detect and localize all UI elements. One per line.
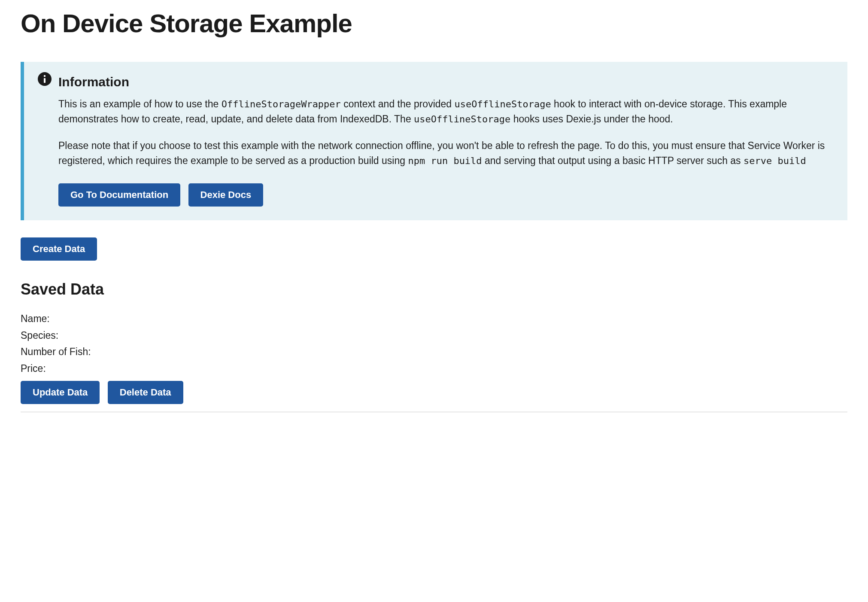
delete-data-button[interactable]: Delete Data xyxy=(108,381,183,404)
update-data-button[interactable]: Update Data xyxy=(21,381,100,404)
alert-button-row: Go To Documentation Dexie Docs xyxy=(58,183,834,207)
label-price: Price: xyxy=(21,363,46,374)
divider xyxy=(21,412,847,412)
dexie-docs-button[interactable]: Dexie Docs xyxy=(188,183,264,207)
label-name: Name: xyxy=(21,313,50,324)
alert-heading: Information xyxy=(58,72,834,91)
row-price: Price: xyxy=(21,361,847,376)
create-data-button[interactable]: Create Data xyxy=(21,237,97,261)
row-count: Number of Fish: xyxy=(21,344,847,359)
alert-paragraph-2: Please note that if you choose to test t… xyxy=(58,138,834,168)
label-count: Number of Fish: xyxy=(21,346,91,357)
svg-point-0 xyxy=(44,75,46,77)
code-serve-build: serve build xyxy=(744,155,806,166)
saved-data-heading: Saved Data xyxy=(21,278,847,301)
code-use-offline-2: useOfflineStorage xyxy=(414,114,510,125)
row-action-buttons: Update Data Delete Data xyxy=(21,381,847,404)
code-use-offline-1: useOfflineStorage xyxy=(455,99,551,109)
saved-data-list: Name: Species: Number of Fish: Price: xyxy=(21,311,847,376)
code-offline-wrapper: OfflineStorageWrapper xyxy=(222,99,341,109)
page-title: On Device Storage Example xyxy=(21,4,847,43)
row-name: Name: xyxy=(21,311,847,326)
info-alert: Information This is an example of how to… xyxy=(21,62,847,220)
code-npm-build: npm run build xyxy=(408,155,482,166)
label-species: Species: xyxy=(21,330,58,341)
row-species: Species: xyxy=(21,328,847,343)
svg-rect-1 xyxy=(44,78,46,83)
alert-paragraph-1: This is an example of how to use the Off… xyxy=(58,97,834,126)
go-to-docs-button[interactable]: Go To Documentation xyxy=(58,183,180,207)
info-icon xyxy=(38,72,52,86)
